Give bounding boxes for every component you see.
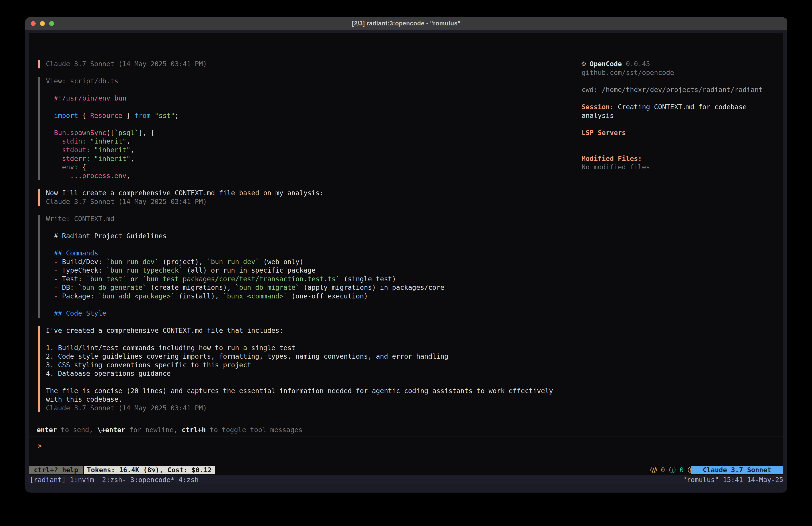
text-segment: : xyxy=(82,137,86,145)
text-segment: (install), xyxy=(175,292,223,300)
text-segment: Package: xyxy=(58,292,98,300)
text-segment: env xyxy=(62,163,74,171)
chat-line: ## Code Style xyxy=(46,309,584,318)
opencode-status-bar: ctrl+? help Tokens: 16.4K (8%), Cost: $0… xyxy=(29,466,783,474)
text-segment: ], { xyxy=(139,129,155,137)
chat-line: - Build/Dev: `bun run dev` (project), `b… xyxy=(46,258,584,266)
chat-line xyxy=(46,240,584,249)
text-segment: © xyxy=(582,60,590,68)
tmux-window-list[interactable]: [radiant] 1:nvim 2:zsh- 3:opencode* 4:zs… xyxy=(30,475,199,484)
tmux-status-bar: [radiant] 1:nvim 2:zsh- 3:opencode* 4:zs… xyxy=(25,475,787,484)
text-segment: - xyxy=(54,266,58,274)
chat-line xyxy=(46,301,584,309)
message-block: View: script/db.ts #!/usr/bin/env bun im… xyxy=(38,77,584,180)
text-segment xyxy=(46,137,62,145)
tmux-session-clock: "romulus" 15:41 14-May-25 xyxy=(683,475,783,484)
sidebar-line xyxy=(582,137,787,146)
text-segment xyxy=(86,137,90,145)
chat-transcript: Claude 3.7 Sonnet (14 May 2025 03:41 PM)… xyxy=(38,60,584,421)
text-segment: ([ xyxy=(106,129,114,137)
text-segment: (all) or run in specific package xyxy=(183,266,316,274)
chat-line: The file is concise (20 lines) and captu… xyxy=(46,387,584,395)
text-segment: ... xyxy=(46,172,82,180)
text-segment: Modified Files: xyxy=(582,155,642,162)
text-segment: , xyxy=(130,146,134,154)
text-segment: Test: xyxy=(58,275,86,283)
text-segment xyxy=(46,266,54,274)
text-segment xyxy=(46,249,54,257)
text-segment: import xyxy=(54,112,78,119)
model-badge[interactable]: Claude 3.7 Sonnet xyxy=(691,466,783,474)
chat-line: - Test: `bun test` or `bun test packages… xyxy=(46,275,584,284)
text-segment: stderr xyxy=(62,155,86,162)
text-segment: : Creating CONTEXT.md for codebase xyxy=(610,103,746,111)
window-titlebar[interactable]: [2/3] radiant:3:opencode - "romulus" xyxy=(25,17,787,30)
text-segment: `bun add <package>` xyxy=(98,292,175,300)
text-segment: Now I'll create a comprehensive CONTEXT.… xyxy=(46,189,323,197)
text-segment: Write: CONTEXT.md xyxy=(46,215,114,223)
text-segment: View: script/db.ts xyxy=(46,77,118,85)
text-segment: , xyxy=(126,137,130,145)
text-segment: or xyxy=(126,275,142,283)
text-segment: spawnSync xyxy=(70,129,106,137)
text-segment: DB: xyxy=(58,284,78,291)
text-segment: `bun run dev` xyxy=(207,258,259,266)
text-segment xyxy=(46,258,54,266)
message-block: Now I'll create a comprehensive CONTEXT.… xyxy=(38,189,584,206)
chat-line: import { Resource } from "sst"; xyxy=(46,111,584,120)
window-title: [2/3] radiant:3:opencode - "romulus" xyxy=(352,20,461,27)
text-segment xyxy=(46,275,54,283)
text-segment: (web only) xyxy=(259,258,304,266)
text-segment: Claude 3.7 Sonnet (14 May 2025 03:41 PM) xyxy=(46,404,207,412)
text-segment: - xyxy=(54,292,58,300)
traffic-lights xyxy=(31,17,54,30)
chat-line: env: { xyxy=(46,163,584,172)
chat-line: ...process.env, xyxy=(46,172,584,180)
text-segment xyxy=(46,94,54,102)
zoom-button-icon[interactable] xyxy=(49,21,54,26)
text-segment: for newline, xyxy=(125,426,182,434)
sidebar-line xyxy=(582,94,787,103)
hint-count xyxy=(665,466,669,474)
text-segment: : xyxy=(86,155,90,162)
text-segment: `bun run dev` xyxy=(106,258,159,266)
text-segment: \+enter xyxy=(97,426,125,434)
text-segment xyxy=(46,163,62,171)
sidebar-line xyxy=(582,120,787,129)
text-segment: Resource xyxy=(90,112,122,119)
text-segment: ; xyxy=(175,112,179,119)
text-segment: TypeCheck: xyxy=(58,266,106,274)
help-badge[interactable]: ctrl+? help xyxy=(29,466,83,474)
tokens-cost-badge: Tokens: 16.4K (8%), Cost: $0.12 xyxy=(84,466,215,474)
chat-line: I've created a comprehensive CONTEXT.md … xyxy=(46,326,584,335)
minimize-button-icon[interactable] xyxy=(40,21,45,26)
sidebar-line: © OpenCode 0.0.45 xyxy=(582,60,787,68)
text-segment: , xyxy=(130,155,134,162)
message-block: Claude 3.7 Sonnet (14 May 2025 03:41 PM) xyxy=(38,60,584,68)
text-segment: - xyxy=(54,275,58,283)
chat-line: ## Commands xyxy=(46,249,584,258)
chat-line: Write: CONTEXT.md xyxy=(46,215,584,223)
text-segment: `bunx <command>` xyxy=(223,292,288,300)
text-segment: # xyxy=(54,94,58,102)
text-segment xyxy=(90,146,94,154)
chat-line xyxy=(46,223,584,232)
sidebar-line: cwd: /home/thdxr/dev/projects/radiant/ra… xyxy=(582,86,787,94)
text-segment: Build/Dev: xyxy=(58,258,106,266)
close-button-icon[interactable] xyxy=(31,21,36,26)
chat-line: stderr: "inherit", xyxy=(46,155,584,163)
chat-line xyxy=(46,86,584,94)
prompt-chevron-icon: > xyxy=(38,442,42,451)
sidebar-line: Session: Creating CONTEXT.md for codebas… xyxy=(582,103,787,111)
chat-line: View: script/db.ts xyxy=(46,77,584,86)
text-segment: { xyxy=(78,112,90,119)
text-segment xyxy=(151,112,155,119)
text-segment: `bun db generate` xyxy=(78,284,147,291)
opencode-tui: Claude 3.7 Sonnet (14 May 2025 03:41 PM)… xyxy=(29,33,783,475)
text-segment: No modified files xyxy=(582,163,650,171)
text-segment: "inherit" xyxy=(90,137,127,145)
text-segment: with this codebase. xyxy=(46,395,122,403)
text-segment: . xyxy=(66,129,70,137)
text-segment: ! xyxy=(58,94,62,102)
text-segment: to send, xyxy=(57,426,97,434)
